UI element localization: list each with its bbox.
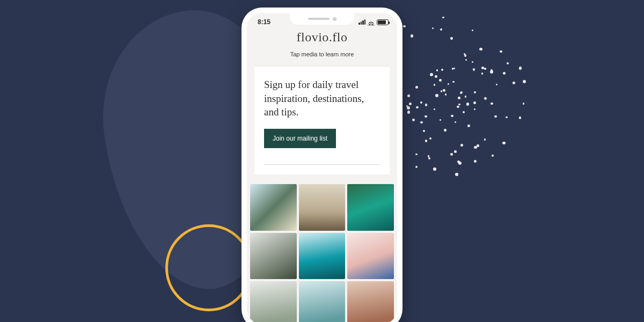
card-heading: Sign up for daily travel inspiration, de… [264, 78, 380, 119]
media-tile[interactable] [347, 281, 394, 322]
status-time: 8:15 [258, 18, 270, 26]
divider [264, 164, 380, 165]
media-tile[interactable] [250, 184, 297, 231]
media-tile[interactable] [299, 184, 346, 231]
signup-card: Sign up for daily travel inspiration, de… [254, 67, 390, 174]
media-tile[interactable] [299, 233, 346, 280]
media-tile[interactable] [250, 233, 297, 280]
phone-frame: 8:15 flovio.flo Tap media to learn more … [241, 8, 402, 322]
brand-title: flovio.flo [247, 30, 397, 45]
decorative-ring [165, 224, 252, 311]
status-icons [358, 19, 389, 26]
wifi-icon [368, 19, 375, 26]
phone-screen: 8:15 flovio.flo Tap media to learn more … [247, 13, 397, 322]
media-tile[interactable] [347, 233, 394, 280]
media-tile[interactable] [347, 184, 394, 231]
battery-icon [377, 19, 389, 25]
decorative-dots [397, 11, 537, 182]
cellular-icon [358, 19, 365, 25]
media-grid [247, 174, 397, 322]
phone-notch [290, 13, 354, 25]
page-subtitle: Tap media to learn more [247, 51, 397, 57]
media-tile[interactable] [250, 281, 297, 322]
media-tile[interactable] [299, 281, 346, 322]
join-mailing-list-button[interactable]: Join our mailing list [264, 129, 336, 148]
